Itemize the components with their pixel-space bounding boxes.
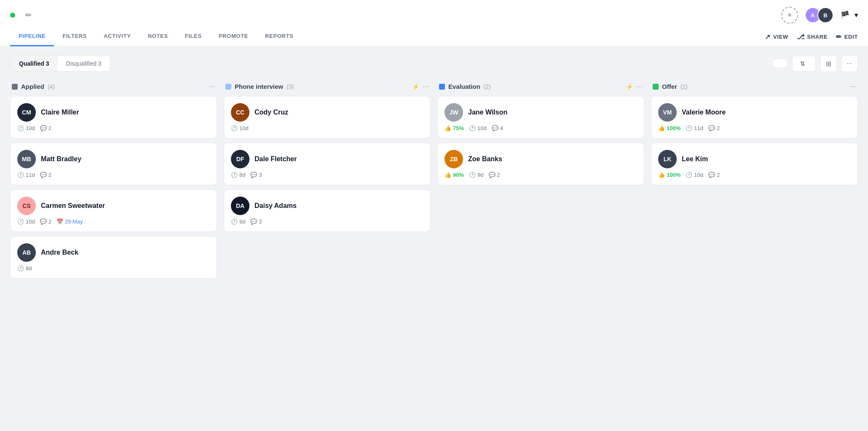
lightning-icon[interactable]: ⚡	[626, 83, 633, 90]
clock-icon: 🕐	[686, 125, 692, 131]
filter-tab-qualified[interactable]: Qualified 3	[11, 56, 58, 71]
candidate-name: Cody Cruz	[255, 109, 288, 116]
grid-view-button[interactable]: ⊞	[820, 55, 837, 72]
candidate-time: 🕐 10d	[17, 218, 35, 225]
candidate-avatar: CS	[17, 197, 36, 215]
card-top: JWJane Wilson	[445, 103, 637, 122]
candidate-avatar: JW	[445, 103, 463, 122]
candidate-card-andre-beck[interactable]: ABAndre Beck🕐 8d	[10, 236, 217, 279]
card-top: CSCarmen Sweetwater	[17, 197, 210, 215]
card-top: MBMatt Bradley	[17, 150, 210, 168]
card-top: VMValerie Moore	[658, 103, 851, 122]
candidate-name: Lee Kim	[682, 155, 708, 163]
column-title: Phone interview	[235, 83, 283, 90]
share-action[interactable]: ⎇ SHARE	[797, 33, 828, 41]
column-menu-button[interactable]: ···	[850, 82, 856, 91]
column-header-offer: Offer(2)···	[651, 82, 858, 91]
title-left: ✏	[10, 11, 32, 20]
column-title: Evaluation	[448, 83, 480, 90]
candidate-card-cody-cruz[interactable]: CCCody Cruz🕐 10d	[224, 96, 431, 138]
candidate-card-dale-fletcher[interactable]: DFDale Fletcher🕐 8d💬 3	[224, 143, 431, 185]
sort-button[interactable]: ⇅	[792, 56, 816, 72]
title-row: ✏ + A B 🏴 ▾	[10, 0, 858, 27]
comment-icon: 💬	[250, 218, 257, 225]
more-options-button[interactable]: ···	[841, 55, 858, 72]
comment-icon: 💬	[40, 218, 47, 225]
card-meta: 👍 90%🕐 9d💬 2	[445, 172, 637, 178]
tab-reports[interactable]: REPORTS	[257, 27, 302, 46]
card-top: DFDale Fletcher	[231, 150, 423, 168]
card-top: DADaisy Adams	[231, 197, 423, 215]
candidate-name: Zoe Banks	[468, 155, 502, 163]
candidate-avatar: LK	[658, 150, 677, 168]
tab-filters[interactable]: FILTERS	[54, 27, 95, 46]
candidate-card-matt-bradley[interactable]: MBMatt Bradley🕐 11d💬 2	[10, 143, 217, 185]
candidate-card-lee-kim[interactable]: LKLee Kim👍 100%🕐 10d💬 2	[651, 143, 858, 185]
grid-icon: ⊞	[826, 60, 831, 68]
candidate-avatar: DA	[231, 197, 249, 215]
calendar-icon: 📅	[56, 218, 63, 225]
clock-icon: 🕐	[231, 172, 238, 178]
candidate-card-claire-miller[interactable]: CMClaire Miller🕐 10d💬 2	[10, 96, 217, 138]
column-header-evaluation: Evaluation(2)⚡···	[437, 82, 644, 91]
column-title: Offer	[662, 83, 677, 90]
column-menu-button[interactable]: ···	[423, 82, 429, 91]
candidate-name: Jane Wilson	[468, 109, 507, 116]
tab-files[interactable]: FILES	[177, 27, 210, 46]
lightning-icon[interactable]: ⚡	[412, 83, 419, 90]
column-count: (2)	[484, 83, 491, 90]
score-icon: 👍	[445, 125, 451, 131]
tab-activity[interactable]: ACTIVITY	[95, 27, 139, 46]
candidate-score: 👍 90%	[445, 172, 464, 178]
tab-promote[interactable]: PROMOTE	[210, 27, 257, 46]
column-color-indicator	[439, 84, 445, 90]
filter-tab-disqualified[interactable]: Disqualified 3	[58, 56, 110, 71]
column-color-indicator	[12, 84, 18, 90]
candidate-avatar: ZB	[445, 150, 463, 168]
column-header-applied: Applied(4)···	[10, 82, 217, 91]
edit-action[interactable]: ✏ EDIT	[836, 33, 858, 41]
nav-right: ↗ VIEW ⎇ SHARE ✏ EDIT	[765, 33, 858, 41]
clock-icon: 🕐	[231, 218, 238, 225]
column-header-phone-interview: Phone interview(3)⚡···	[224, 82, 431, 91]
candidate-score: 👍 75%	[445, 125, 464, 131]
tab-pipeline[interactable]: PIPELINE	[10, 27, 54, 46]
column-count: (4)	[48, 83, 55, 90]
card-meta: 🕐 8d💬 3	[231, 172, 423, 178]
column-menu-button[interactable]: ···	[209, 82, 215, 91]
column-menu-button[interactable]: ···	[636, 82, 643, 91]
card-meta: 🕐 10d💬 2📅 29 May	[17, 218, 210, 225]
column-color-indicator	[653, 84, 659, 90]
column-evaluation: Evaluation(2)⚡···JWJane Wilson👍 75%🕐 10d…	[437, 82, 644, 283]
candidate-card-carmen-sweetwater[interactable]: CSCarmen Sweetwater🕐 10d💬 2📅 29 May	[10, 189, 217, 232]
comment-icon: 💬	[708, 125, 715, 131]
candidate-avatar: CM	[17, 103, 36, 122]
candidate-card-valerie-moore[interactable]: VMValerie Moore👍 100%🕐 11d💬 2	[651, 96, 858, 138]
main-content: Qualified 3 Disqualified 3 ⇅ ⊞ ··· Appli…	[0, 47, 868, 291]
candidate-avatar: VM	[658, 103, 677, 122]
candidate-time: 🕐 8d	[17, 265, 32, 271]
candidate-calendar: 📅 29 May	[56, 218, 83, 225]
clock-icon: 🕐	[469, 172, 476, 178]
candidate-card-daisy-adams[interactable]: DADaisy Adams🕐 9d💬 2	[224, 189, 431, 232]
column-count: (3)	[287, 83, 294, 90]
edit-title-icon[interactable]: ✏	[25, 11, 32, 20]
tab-notes[interactable]: NOTES	[139, 27, 177, 46]
add-candidates-button[interactable]	[772, 59, 788, 68]
card-top: ABAndre Beck	[17, 243, 210, 262]
following-button[interactable]: 🏴 ▾	[840, 11, 858, 20]
candidate-card-jane-wilson[interactable]: JWJane Wilson👍 75%🕐 10d💬 4	[437, 96, 644, 138]
add-member-button[interactable]: +	[781, 7, 798, 24]
candidate-name: Carmen Sweetwater	[41, 202, 105, 210]
view-action[interactable]: ↗ VIEW	[765, 33, 788, 41]
candidate-time: 🕐 10d	[686, 172, 703, 178]
title-right: + A B 🏴 ▾	[781, 7, 858, 24]
candidate-comments: 💬 2	[40, 172, 51, 178]
card-top: CCCody Cruz	[231, 103, 423, 122]
candidate-card-zoe-banks[interactable]: ZBZoe Banks👍 90%🕐 9d💬 2	[437, 143, 644, 185]
avatars-group: A B	[805, 7, 833, 23]
candidate-comments: 💬 2	[40, 125, 51, 131]
card-meta: 🕐 8d	[17, 265, 210, 271]
card-meta: 👍 75%🕐 10d💬 4	[445, 125, 637, 131]
sort-icon: ⇅	[800, 60, 805, 67]
